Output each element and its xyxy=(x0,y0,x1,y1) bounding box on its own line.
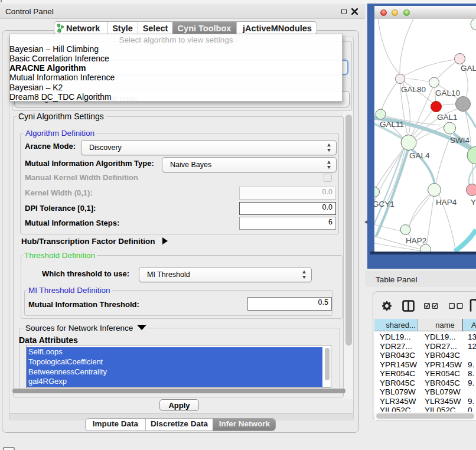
svg-text:SWI4: SWI4 xyxy=(450,136,470,145)
svg-text:GAL: GAL xyxy=(461,64,476,73)
svg-text:Y: Y xyxy=(471,198,476,207)
svg-text:GAL10: GAL10 xyxy=(435,89,460,97)
svg-text:GAL4: GAL4 xyxy=(409,151,430,160)
svg-text:GAL11: GAL11 xyxy=(380,120,404,129)
svg-text:HAP2: HAP2 xyxy=(406,236,426,245)
svg-text:GAL80: GAL80 xyxy=(401,85,426,94)
svg-text:GCY1: GCY1 xyxy=(374,200,395,208)
svg-text:GAL1: GAL1 xyxy=(437,113,458,122)
svg-text:HAP4: HAP4 xyxy=(436,198,457,207)
